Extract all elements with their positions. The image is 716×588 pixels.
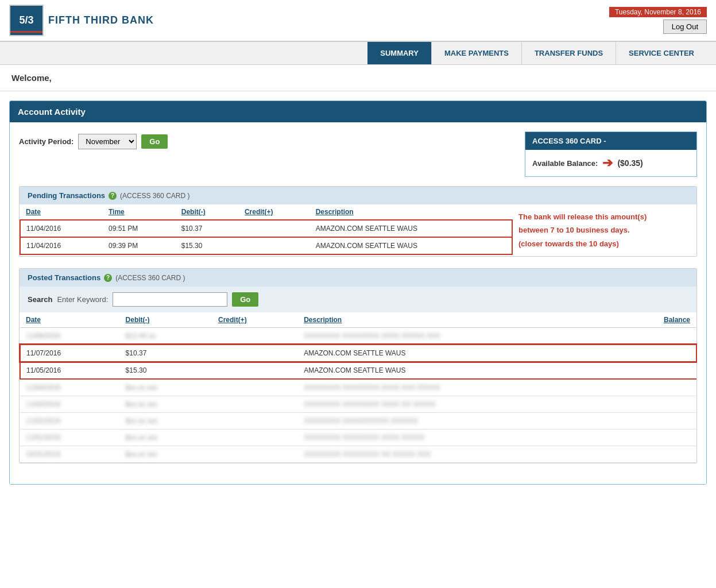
header-right: Tuesday, November 8, 2016 Log Out <box>609 7 707 34</box>
pending-col-debit[interactable]: Debit(-) <box>176 204 239 220</box>
main-nav: SUMMARY MAKE PAYMENTS TRANSFER FUNDS SER… <box>0 42 716 65</box>
posted-card-info: (ACCESS 360 CARD ) <box>115 274 185 282</box>
posted-table: Date Debit(-) Credit(+) Description Bala… <box>20 312 696 463</box>
pending-transactions-section: Pending Transactions ? (ACCESS 360 CARD … <box>19 186 697 257</box>
posted-highlighted-row-2: 11/05/2016 $15.30 AMAZON.COM SEATTLE WAU… <box>20 362 696 379</box>
posted-row1-balance <box>615 345 696 362</box>
posted-header: Posted Transactions ? (ACCESS 360 CARD ) <box>20 269 696 287</box>
pending-row1-time: 09:51 PM <box>103 220 176 237</box>
page-header: 5/3 FIFTH THIRD BANK Tuesday, November 8… <box>0 0 716 42</box>
redacted-desc: XXXXXXXX XXXXXXXX XXXX XXXXX XXX <box>298 328 614 345</box>
pending-row1-debit: $10.37 <box>176 220 239 237</box>
balance-value: ($0.35) <box>617 158 643 168</box>
account-activity-section: Account Activity Activity Period: Novemb… <box>9 100 707 485</box>
pending-row1-description: AMAZON.COM SEATTLE WAUS <box>310 220 512 237</box>
search-bar: Search Enter Keyword: Go <box>20 287 696 312</box>
nav-service-center[interactable]: SERVICE CENTER <box>616 42 707 64</box>
pending-col-credit[interactable]: Credit(+) <box>239 204 310 220</box>
posted-row1-debit: $10.37 <box>120 345 212 362</box>
posted-row1-credit <box>212 345 298 362</box>
annotation-line1: The bank will release this amount(s) <box>518 210 691 223</box>
posted-row1-description: AMAZON.COM SEATTLE WAUS <box>298 345 614 362</box>
annotation-line2: between 7 to 10 business days. <box>518 223 691 237</box>
posted-row2-description: AMAZON.COM SEATTLE WAUS <box>298 362 614 379</box>
redacted-row-after-2: 11/03/2016 $xx.xx xxx XXXXXXXX XXXXXXXX … <box>20 396 696 413</box>
posted-col-date[interactable]: Date <box>20 312 120 328</box>
posted-col-description[interactable]: Description <box>298 312 614 328</box>
balance-card: ACCESS 360 CARD - Available Balance: ➔ (… <box>525 131 697 177</box>
search-label: Search <box>28 295 52 304</box>
posted-col-credit[interactable]: Credit(+) <box>212 312 298 328</box>
posted-row2-date: 11/05/2016 <box>20 362 120 379</box>
pending-row2-date: 11/04/2016 <box>20 237 103 254</box>
date-display: Tuesday, November 8, 2016 <box>609 7 707 17</box>
pending-row-2: 11/04/2016 09:39 PM $15.30 AMAZON.COM SE… <box>20 237 512 254</box>
keyword-label: Enter Keyword: <box>57 295 108 304</box>
posted-row2-credit <box>212 362 298 379</box>
pending-row2-credit <box>239 237 310 254</box>
pending-col-date[interactable]: Date <box>20 204 103 220</box>
pending-row1-credit <box>239 220 310 237</box>
pending-row2-debit: $15.30 <box>176 237 239 254</box>
period-controls: Activity Period: November October Septem… <box>19 131 168 149</box>
main-content: Account Activity Activity Period: Novemb… <box>0 91 716 494</box>
pending-table: Date Time Debit(-) Credit(+) Description… <box>20 204 513 255</box>
pending-row2-description: AMAZON.COM SEATTLE WAUS <box>310 237 512 254</box>
posted-row2-debit: $15.30 <box>120 362 212 379</box>
nav-summary[interactable]: SUMMARY <box>367 42 432 64</box>
balance-card-title: ACCESS 360 CARD - <box>525 132 696 150</box>
period-select[interactable]: November October September August <box>78 134 137 149</box>
logo-area: 5/3 FIFTH THIRD BANK <box>9 5 154 36</box>
activity-go-button[interactable]: Go <box>141 134 168 149</box>
bank-logo: 5/3 <box>9 5 44 36</box>
posted-col-balance[interactable]: Balance <box>615 312 696 328</box>
pending-header: Pending Transactions ? (ACCESS 360 CARD … <box>20 187 696 204</box>
nav-make-payments[interactable]: MAKE PAYMENTS <box>432 42 522 64</box>
posted-row1-date: 11/07/2016 <box>20 345 120 362</box>
available-balance-label: Available Balance: <box>532 159 598 168</box>
posted-title: Posted Transactions <box>28 273 100 282</box>
redacted-debit: $12.45 xx <box>120 328 212 345</box>
pending-help-icon[interactable]: ? <box>109 192 117 200</box>
redacted-credit <box>212 328 298 345</box>
redacted-row-after-1: 11/04/2016 $xx.xx xxx XXXXXXXX XXXXXXXX … <box>20 379 696 396</box>
posted-row2-balance <box>615 362 696 379</box>
arrow-icon: ➔ <box>602 156 613 171</box>
posted-help-icon[interactable]: ? <box>104 274 112 282</box>
logo-text: 5/3 <box>19 14 33 26</box>
pending-content: Date Time Debit(-) Credit(+) Description… <box>20 204 696 256</box>
pending-row2-time: 09:39 PM <box>103 237 176 254</box>
redacted-balance <box>615 328 696 345</box>
period-label: Activity Period: <box>19 137 73 146</box>
account-activity-body: Activity Period: November October Septem… <box>10 122 706 484</box>
account-activity-title: Account Activity <box>10 101 706 122</box>
redacted-row-after-4: 11/01/2016 $xx.xx xxx XXXXXXXX XXXXXXXX … <box>20 430 696 446</box>
pending-annotation: The bank will release this amount(s) bet… <box>513 204 696 256</box>
bank-name: FIFTH THIRD BANK <box>48 14 154 26</box>
activity-period-row: Activity Period: November October Septem… <box>19 131 697 177</box>
redacted-date: 11/08/2016 <box>20 328 120 345</box>
nav-transfer-funds[interactable]: TRANSFER FUNDS <box>522 42 616 64</box>
welcome-message: Welcome, <box>0 65 716 91</box>
pending-col-time[interactable]: Time <box>103 204 176 220</box>
pending-table-area: Date Time Debit(-) Credit(+) Description… <box>20 204 513 256</box>
posted-col-debit[interactable]: Debit(-) <box>120 312 212 328</box>
redacted-row-after-3: 11/02/2016 $xx.xx xxx XXXXXXXX XXXXXXXXX… <box>20 413 696 430</box>
pending-col-description[interactable]: Description <box>310 204 512 220</box>
posted-transactions-section: Posted Transactions ? (ACCESS 360 CARD )… <box>19 268 697 463</box>
redacted-row-after-5: 10/31/2016 $xx.xx xxx XXXXXXXX XXXXXXXX … <box>20 446 696 463</box>
pending-row-1: 11/04/2016 09:51 PM $10.37 AMAZON.COM SE… <box>20 220 512 237</box>
logout-button[interactable]: Log Out <box>663 20 707 34</box>
keyword-input[interactable] <box>113 292 227 307</box>
pending-row1-date: 11/04/2016 <box>20 220 103 237</box>
pending-card-info: (ACCESS 360 CARD ) <box>120 192 189 200</box>
search-go-button[interactable]: Go <box>232 292 258 307</box>
balance-card-body: Available Balance: ➔ ($0.35) <box>525 150 696 176</box>
posted-highlighted-row-1: 11/07/2016 $10.37 AMAZON.COM SEATTLE WAU… <box>20 345 696 362</box>
redacted-row-before: 11/08/2016 $12.45 xx XXXXXXXX XXXXXXXX X… <box>20 328 696 345</box>
pending-title: Pending Transactions <box>28 191 105 200</box>
annotation-line3: (closer towards the 10 days) <box>518 237 691 250</box>
